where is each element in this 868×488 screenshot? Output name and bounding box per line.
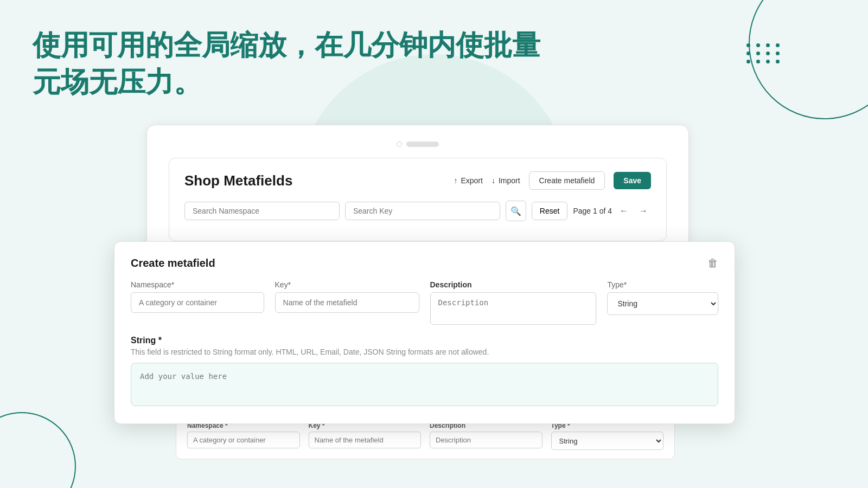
- type-group: Type* String Integer Boolean URL JSON: [607, 280, 718, 325]
- inner-panel: Shop Metafields ↑ Export ↓ Import Create…: [169, 158, 667, 241]
- export-icon: ↑: [454, 176, 457, 185]
- description-input[interactable]: [430, 292, 597, 325]
- hero-title: 使用可用的全局缩放，在几分钟内使批量 元场无压力。: [33, 27, 540, 100]
- description-group: Description: [430, 280, 597, 325]
- export-button[interactable]: ↑ Export: [454, 176, 482, 185]
- value-input[interactable]: [131, 363, 718, 406]
- bg-type-group: Type * String: [551, 422, 664, 450]
- form-row: Namespace* Key* Description Type* String…: [131, 280, 718, 325]
- window-dot: [397, 142, 402, 147]
- search-bar: 🔍 Reset Page 1 of 4 ← →: [184, 201, 651, 221]
- search-namespace-input[interactable]: [184, 202, 340, 220]
- main-card: Shop Metafields ↑ Export ↓ Import Create…: [146, 125, 689, 253]
- bg-namespace-input[interactable]: [187, 432, 300, 448]
- next-page-button[interactable]: →: [636, 203, 651, 219]
- bg-description-group: Description: [430, 422, 542, 450]
- prev-page-button[interactable]: ←: [616, 203, 631, 219]
- reset-button[interactable]: Reset: [532, 202, 568, 220]
- pagination: Page 1 of 4 ← →: [573, 203, 651, 219]
- bg-type-select[interactable]: String: [551, 432, 664, 450]
- search-key-input[interactable]: [345, 202, 500, 220]
- namespace-label: Namespace*: [131, 280, 264, 289]
- hero-section: 使用可用的全局缩放，在几分钟内使批量 元场无压力。: [33, 27, 540, 100]
- create-metafield-button[interactable]: Create metafield: [529, 171, 605, 190]
- bg-key-group: Key *: [309, 422, 422, 450]
- string-label: String *: [131, 336, 718, 345]
- search-button[interactable]: 🔍: [506, 201, 526, 221]
- save-button[interactable]: Save: [614, 172, 651, 189]
- key-group: Key*: [275, 280, 419, 325]
- bg-namespace-group: Namespace *: [187, 422, 300, 450]
- dots-grid: [746, 43, 781, 63]
- search-icon: 🔍: [510, 206, 521, 216]
- string-section: String * This field is restricted to Str…: [131, 336, 718, 408]
- panel-header: Shop Metafields ↑ Export ↓ Import Create…: [184, 171, 651, 190]
- key-input[interactable]: [275, 292, 419, 313]
- description-label: Description: [430, 280, 597, 289]
- bg-description-input[interactable]: [430, 432, 542, 448]
- key-label: Key*: [275, 280, 419, 289]
- panel-actions: ↑ Export ↓ Import Create metafield Save: [454, 171, 651, 190]
- modal-title: Create metafield: [131, 257, 215, 269]
- window-pill: [406, 142, 439, 147]
- bg-second-form: Namespace * Key * Description Type * Str…: [187, 422, 663, 450]
- modal-header: Create metafield 🗑: [131, 257, 718, 269]
- import-button[interactable]: ↓ Import: [492, 176, 520, 185]
- window-bar: [169, 142, 667, 147]
- bg-circle-bottom-left: [0, 412, 76, 488]
- type-label: Type*: [607, 280, 718, 289]
- string-description: This field is restricted to String forma…: [131, 348, 718, 356]
- delete-button[interactable]: 🗑: [707, 257, 718, 269]
- namespace-group: Namespace*: [131, 280, 264, 325]
- import-icon: ↓: [492, 176, 495, 185]
- create-modal: Create metafield 🗑 Namespace* Key* Descr…: [114, 241, 735, 424]
- namespace-input[interactable]: [131, 292, 264, 313]
- type-select[interactable]: String Integer Boolean URL JSON: [607, 292, 718, 315]
- panel-title: Shop Metafields: [184, 172, 292, 189]
- bg-key-input[interactable]: [309, 432, 422, 448]
